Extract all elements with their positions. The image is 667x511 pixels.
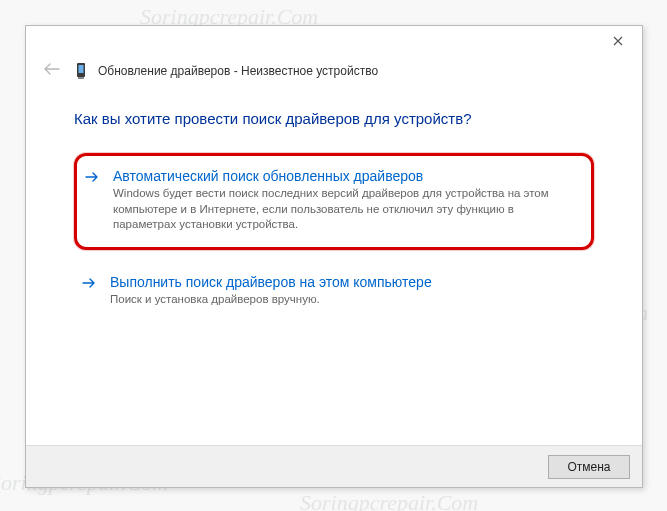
dialog-header: Обновление драйверов - Неизвестное устро… bbox=[26, 56, 642, 92]
device-icon bbox=[74, 62, 88, 80]
option-desc: Windows будет вести поиск последних верс… bbox=[113, 186, 575, 233]
dialog-content: Как вы хотите провести поиск драйверов д… bbox=[26, 92, 642, 321]
option-auto-search[interactable]: Автоматический поиск обновленных драйвер… bbox=[74, 153, 594, 250]
close-button[interactable] bbox=[598, 28, 638, 54]
option-title: Автоматический поиск обновленных драйвер… bbox=[113, 168, 575, 184]
arrow-right-icon bbox=[85, 170, 99, 187]
dialog-heading: Как вы хотите провести поиск драйверов д… bbox=[74, 110, 594, 127]
dialog-footer: Отмена bbox=[26, 445, 642, 487]
close-icon bbox=[613, 33, 623, 49]
back-button[interactable] bbox=[40, 60, 64, 82]
option-title: Выполнить поиск драйверов на этом компью… bbox=[110, 274, 578, 290]
dialog-title: Обновление драйверов - Неизвестное устро… bbox=[98, 64, 378, 78]
titlebar bbox=[26, 26, 642, 56]
driver-update-dialog: Обновление драйверов - Неизвестное устро… bbox=[25, 25, 643, 488]
arrow-right-icon bbox=[82, 276, 96, 293]
option-desc: Поиск и установка драйверов вручную. bbox=[110, 292, 578, 308]
watermark: Soringpcrepair.Com bbox=[300, 490, 478, 511]
svg-rect-1 bbox=[79, 65, 84, 73]
cancel-button[interactable]: Отмена bbox=[548, 455, 630, 479]
svg-rect-2 bbox=[78, 77, 84, 79]
option-local-search[interactable]: Выполнить поиск драйверов на этом компью… bbox=[74, 262, 594, 322]
